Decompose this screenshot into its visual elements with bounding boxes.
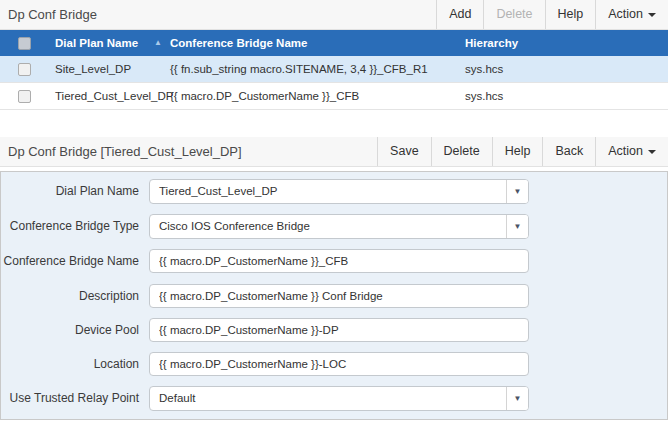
action-menu-label: Action [608, 0, 643, 29]
delete-button[interactable]: Delete [431, 137, 492, 166]
column-header-hierarchy[interactable]: Hierarchy [465, 37, 668, 49]
dropdown-arrow[interactable]: ▼ [506, 215, 528, 238]
sort-ascending-icon: ▲ [154, 39, 162, 47]
chevron-down-icon: ▼ [514, 223, 522, 231]
conference-bridge-name-input[interactable] [149, 249, 529, 273]
action-menu-button[interactable]: Action [595, 0, 668, 29]
cell-conference-bridge-name: {{ fn.sub_string macro.SITENAME, 3,4 }}_… [170, 63, 465, 75]
detail-panel: Dp Conf Bridge [Tiered_Cust_Level_DP] Sa… [0, 137, 668, 420]
detail-toolbar: Save Delete Help Back Action [377, 137, 668, 166]
form-row: Use Trusted Relay Point Default ▼ [1, 386, 667, 411]
field-label: Dial Plan Name [1, 184, 149, 199]
delete-button[interactable]: Delete [483, 0, 544, 29]
column-header-dial-plan-name[interactable]: Dial Plan Name ▲ [55, 37, 170, 49]
help-button[interactable]: Help [492, 137, 543, 166]
conference-bridge-type-select[interactable]: Cisco IOS Conference Bridge ▼ [149, 214, 529, 239]
selected-value: Cisco IOS Conference Bridge [150, 215, 506, 238]
row-checkbox[interactable] [18, 63, 31, 76]
form-row: Conference Bridge Name [1, 249, 667, 273]
dial-plan-name-select[interactable]: Tiered_Cust_Level_DP ▼ [149, 179, 529, 204]
dropdown-arrow[interactable]: ▼ [506, 387, 528, 410]
header-checkbox-cell [0, 37, 55, 50]
form-row: Dial Plan Name Tiered_Cust_Level_DP ▼ [1, 179, 667, 204]
table-row[interactable]: Tiered_Cust_Level_DP {{ macro.DP_Custome… [0, 83, 668, 110]
caret-down-icon [648, 150, 656, 154]
detail-page-title: Dp Conf Bridge [Tiered_Cust_Level_DP] [0, 137, 242, 166]
cell-hierarchy: sys.hcs [465, 63, 668, 75]
row-checkbox[interactable] [18, 90, 31, 103]
cell-dial-plan-name: Tiered_Cust_Level_DP [55, 90, 170, 102]
save-button[interactable]: Save [377, 137, 431, 166]
field-label: Conference Bridge Name [1, 254, 149, 269]
field-label: Description [1, 289, 149, 304]
table-header-row: Dial Plan Name ▲ Conference Bridge Name … [0, 30, 668, 56]
back-button[interactable]: Back [542, 137, 595, 166]
field-label: Location [1, 357, 149, 372]
form-row: Device Pool [1, 318, 667, 342]
form-row: Description [1, 284, 667, 308]
dropdown-arrow[interactable]: ▼ [506, 180, 528, 203]
select-all-checkbox[interactable] [18, 37, 31, 50]
chevron-down-icon: ▼ [514, 395, 522, 403]
field-label: Device Pool [1, 323, 149, 338]
cell-dial-plan-name: Site_Level_DP [55, 63, 170, 75]
add-button[interactable]: Add [436, 0, 483, 29]
page-title: Dp Conf Bridge [0, 0, 97, 29]
location-input[interactable] [149, 352, 529, 376]
use-trusted-relay-point-select[interactable]: Default ▼ [149, 386, 529, 411]
list-panel-header: Dp Conf Bridge Add Delete Help Action [0, 0, 668, 30]
device-pool-input[interactable] [149, 318, 529, 342]
field-label: Use Trusted Relay Point [1, 391, 149, 406]
selected-value: Default [150, 387, 506, 410]
chevron-down-icon: ▼ [514, 188, 522, 196]
action-menu-button[interactable]: Action [595, 137, 668, 166]
cell-conference-bridge-name: {{ macro.DP_CustomerName }}_CFB [170, 90, 465, 102]
form-row: Location [1, 352, 667, 376]
form-row: Conference Bridge Type Cisco IOS Confere… [1, 214, 667, 239]
detail-panel-header: Dp Conf Bridge [Tiered_Cust_Level_DP] Sa… [0, 137, 668, 167]
selected-value: Tiered_Cust_Level_DP [150, 180, 506, 203]
caret-down-icon [648, 13, 656, 17]
list-toolbar: Add Delete Help Action [436, 0, 668, 29]
list-panel: Dp Conf Bridge Add Delete Help Action Di… [0, 0, 668, 110]
help-button[interactable]: Help [545, 0, 596, 29]
cell-hierarchy: sys.hcs [465, 90, 668, 102]
column-header-conference-bridge-name[interactable]: Conference Bridge Name [170, 37, 465, 49]
action-menu-label: Action [608, 137, 643, 166]
detail-form: Dial Plan Name Tiered_Cust_Level_DP ▼ Co… [0, 171, 668, 420]
field-label: Conference Bridge Type [1, 219, 149, 234]
table-row[interactable]: Site_Level_DP {{ fn.sub_string macro.SIT… [0, 56, 668, 83]
description-input[interactable] [149, 284, 529, 308]
